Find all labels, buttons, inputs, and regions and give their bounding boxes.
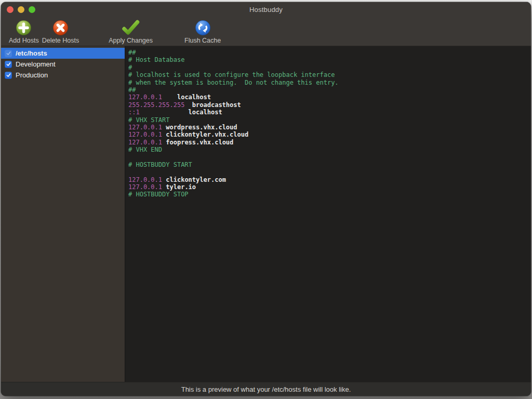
app-window: Hostbuddy Add Hosts [1,2,531,396]
code-line: 255.255.255.255 broadcasthost [128,101,531,109]
close-button[interactable] [7,6,14,13]
code-line: 127.0.0.1 localhost [128,94,531,101]
window-title: Hostbuddy [1,6,531,14]
sidebar-item--etc-hosts[interactable]: /etc/hosts [1,48,125,59]
traffic-lights [1,6,35,13]
titlebar: Hostbuddy [1,2,531,17]
code-line [128,168,531,176]
code-line: 127.0.0.1 tyler.io [128,183,531,191]
checkmark-icon [121,19,141,36]
delete-icon [52,19,69,36]
checkbox-icon[interactable] [5,50,12,57]
code-line: # [128,64,531,71]
code-line: # HOSTBUDDY START [128,161,531,168]
code-line: # when the system is booting. Do not cha… [128,79,531,86]
code-line [128,153,531,161]
refresh-icon [195,19,211,36]
code-line: 127.0.0.1 foopress.vhx.cloud [128,139,531,146]
minimize-button[interactable] [18,6,24,13]
status-message: This is a preview of what your /etc/host… [181,385,351,393]
code-line: ## [128,86,531,94]
flush-cache-button[interactable]: Flush Cache [183,19,222,45]
add-hosts-button[interactable]: Add Hosts [7,19,41,45]
code-line: 127.0.0.1 clickontyler.vhx.cloud [128,131,531,138]
statusbar: This is a preview of what your /etc/host… [1,382,531,396]
sidebar-host-lists: /etc/hostsDevelopmentProduction [1,46,125,382]
code-line: # HOSTBUDDY STOP [128,191,531,198]
sidebar-item-label: /etc/hosts [16,49,47,57]
code-line: # VHX END [128,146,531,153]
code-line: # localhost is used to configure the loo… [128,71,531,78]
code-line: 127.0.0.1 wordpress.vhx.cloud [128,124,531,131]
code-line: ::1 localhost [128,109,531,116]
toolbar: Add Hosts Delete Hosts [1,17,531,46]
checkbox-icon[interactable] [5,72,12,79]
flush-cache-label: Flush Cache [184,37,221,44]
sidebar-item-production[interactable]: Production [1,70,125,81]
main-area: /etc/hostsDevelopmentProduction ### Host… [1,46,531,382]
add-hosts-label: Add Hosts [9,37,39,44]
delete-hosts-label: Delete Hosts [42,37,79,44]
sidebar-item-development[interactable]: Development [1,59,125,70]
apply-changes-button[interactable]: Apply Changes [107,19,154,45]
code-line: 127.0.0.1 clickontyler.com [128,176,531,183]
delete-hosts-button[interactable]: Delete Hosts [41,19,81,45]
code-line: # VHX START [128,116,531,124]
add-icon [16,19,32,36]
code-line: ## [128,49,531,56]
sidebar-item-label: Development [16,60,56,68]
code-line: # Host Database [128,56,531,63]
zoom-button[interactable] [29,6,35,13]
checkbox-icon[interactable] [5,61,12,68]
sidebar-item-label: Production [16,71,48,79]
apply-changes-label: Apply Changes [109,37,153,44]
hosts-file-preview[interactable]: ### Host Database## localhost is used to… [125,46,531,382]
